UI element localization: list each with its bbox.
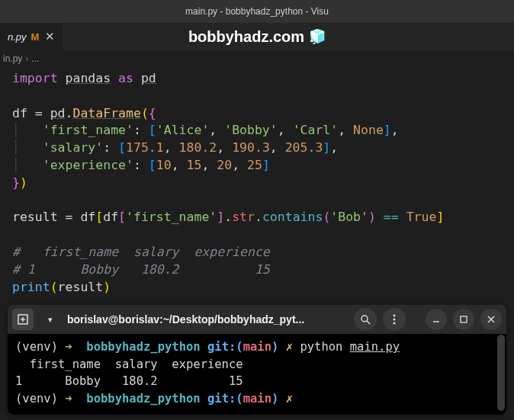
search-icon bbox=[360, 314, 371, 325]
window-titlebar: main.py - bobbyhadz_python - Visu bbox=[0, 0, 514, 23]
keyword: import bbox=[12, 71, 58, 85]
minimize-icon bbox=[432, 316, 440, 323]
tab-bar: n.py M ✕ bobbyhadz.com 🧊 bbox=[0, 23, 514, 50]
cube-icon: 🧊 bbox=[309, 28, 326, 45]
maximize-icon bbox=[460, 316, 467, 323]
search-button[interactable] bbox=[354, 308, 377, 331]
tab-modified-badge: M bbox=[31, 31, 40, 43]
kebab-icon bbox=[393, 314, 396, 325]
svg-line-4 bbox=[367, 321, 370, 324]
window-title: main.py - bobbyhadz_python - Visu bbox=[185, 6, 329, 17]
terminal-output: 1 Bobby 180.2 15 bbox=[15, 374, 243, 388]
module: pandas bbox=[66, 71, 111, 85]
close-icon bbox=[487, 316, 495, 323]
watermark-text: bobbyhadz.com bbox=[188, 28, 304, 46]
breadcrumb-file: in.py bbox=[3, 53, 22, 64]
svg-point-7 bbox=[394, 322, 396, 325]
function-call: print bbox=[12, 280, 50, 294]
svg-rect-9 bbox=[461, 316, 467, 322]
maximize-button[interactable] bbox=[453, 309, 474, 330]
terminal-scrollbar[interactable] bbox=[497, 335, 505, 411]
comment: # first_name salary experience bbox=[12, 245, 270, 259]
new-tab-button[interactable] bbox=[12, 309, 34, 330]
terminal-output: first_name salary experience bbox=[15, 357, 243, 371]
alias: pd bbox=[141, 71, 156, 85]
terminal-window: ▾ borislav@borislav:~/Desktop/bobbyhadz_… bbox=[8, 305, 506, 415]
svg-point-3 bbox=[361, 316, 368, 322]
module-ref: pd bbox=[50, 106, 66, 120]
new-tab-icon bbox=[18, 314, 28, 325]
code-editor[interactable]: import pandas as pd df = pd.DataFrame({ … bbox=[0, 67, 514, 305]
breadcrumb[interactable]: in.py › ... bbox=[0, 50, 514, 67]
terminal-titlebar: ▾ borislav@borislav:~/Desktop/bobbyhadz_… bbox=[8, 305, 506, 334]
operator: = bbox=[35, 106, 43, 120]
close-icon[interactable]: ✕ bbox=[43, 30, 56, 43]
close-window-button[interactable] bbox=[480, 309, 502, 330]
breadcrumb-more: ... bbox=[31, 53, 39, 64]
chevron-right-icon: › bbox=[25, 53, 28, 64]
variable: result bbox=[12, 210, 58, 224]
keyword: as bbox=[118, 71, 133, 85]
chevron-down-icon: ▾ bbox=[48, 315, 53, 325]
menu-button[interactable] bbox=[383, 308, 406, 331]
tab-filename: n.py bbox=[8, 31, 27, 43]
tab-dropdown-button[interactable]: ▾ bbox=[40, 309, 61, 330]
watermark: bobbyhadz.com 🧊 bbox=[188, 28, 326, 46]
class: DataFrame bbox=[73, 106, 141, 120]
terminal-title: borislav@borislav:~/Desktop/bobbyhadz_py… bbox=[67, 313, 348, 325]
comment: # 1 Bobby 180.2 15 bbox=[12, 262, 270, 277]
variable: df bbox=[12, 106, 27, 120]
terminal-body[interactable]: (venv) ➜ bobbyhadz_python git:(main) ✗ p… bbox=[8, 334, 506, 415]
editor-tab-main[interactable]: n.py M ✕ bbox=[0, 23, 63, 50]
svg-point-6 bbox=[394, 319, 396, 321]
minimize-button[interactable] bbox=[426, 309, 447, 330]
svg-point-5 bbox=[394, 315, 396, 317]
